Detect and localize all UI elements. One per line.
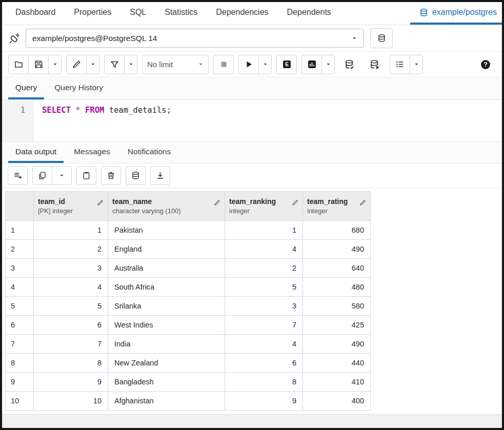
tab-dependencies[interactable]: Dependencies [207, 2, 277, 25]
column-header-team_id[interactable]: team_id[PK] integer [34, 192, 108, 221]
cell-team_rating[interactable]: 410 [303, 373, 371, 392]
row-number[interactable]: 1 [6, 221, 34, 240]
tab-dashboard[interactable]: Dashboard [6, 2, 65, 25]
cell-team_ranking[interactable]: 7 [225, 316, 303, 335]
cell-team_name[interactable]: South Africa [108, 278, 225, 297]
row-limit-select[interactable]: No limit [142, 55, 209, 74]
cell-team_name[interactable]: New Zealand [108, 354, 225, 373]
paste-rows-button[interactable] [76, 166, 96, 185]
column-header-team_name[interactable]: team_namecharacter varying (100) [108, 192, 225, 221]
cell-team_id[interactable]: 1 [34, 221, 108, 240]
cell-team_rating[interactable]: 400 [303, 392, 371, 411]
cell-team_name[interactable]: Srilanka [108, 297, 225, 316]
execute-button[interactable] [238, 55, 259, 74]
tab-dependents[interactable]: Dependents [278, 2, 340, 25]
edit-column-icon[interactable] [214, 199, 220, 206]
cell-team_name[interactable]: England [108, 240, 225, 259]
options-menu-button[interactable] [390, 55, 410, 74]
edit-dropdown-button[interactable] [86, 55, 99, 74]
copy-dropdown-button[interactable] [52, 166, 72, 185]
cell-team_id[interactable]: 2 [34, 240, 108, 259]
column-header-team_rating[interactable]: team_ratinginteger [303, 192, 371, 221]
grid-corner-cell[interactable] [6, 192, 34, 221]
sql-editor[interactable]: 1 SELECT * FROM team_details; [2, 100, 502, 142]
cell-team_ranking[interactable]: 4 [225, 335, 303, 354]
cell-team_rating[interactable]: 680 [303, 221, 371, 240]
cell-team_name[interactable]: Bangladesh [108, 373, 225, 392]
stop-button[interactable] [213, 55, 234, 74]
cell-team_id[interactable]: 8 [34, 354, 108, 373]
edit-column-icon[interactable] [359, 199, 366, 206]
save-data-button[interactable] [126, 166, 146, 185]
sql-code-line[interactable]: SELECT * FROM team_details; [34, 100, 171, 141]
explain-button[interactable]: E [276, 55, 297, 74]
tab-properties[interactable]: Properties [65, 2, 120, 25]
tab-sql[interactable]: SQL [120, 2, 155, 25]
cell-team_ranking[interactable]: 6 [225, 354, 303, 373]
edit-column-icon[interactable] [97, 199, 104, 206]
row-number[interactable]: 5 [6, 297, 34, 316]
cell-team_rating[interactable]: 640 [303, 259, 371, 278]
tab-messages[interactable]: Messages [67, 142, 117, 163]
cell-team_ranking[interactable]: 1 [225, 221, 303, 240]
row-number[interactable]: 8 [6, 354, 34, 373]
delete-rows-button[interactable] [101, 166, 121, 185]
cell-team_id[interactable]: 4 [34, 278, 108, 297]
tab-query-tool-active[interactable]: example/postgres [410, 2, 502, 25]
cell-team_rating[interactable]: 440 [303, 354, 371, 373]
filter-button[interactable] [104, 55, 125, 74]
help-button[interactable]: ? [475, 55, 496, 74]
copy-rows-button[interactable] [32, 166, 52, 185]
horizontal-scrollbar[interactable] [2, 414, 502, 428]
cell-team_name[interactable]: West Indies [108, 316, 225, 335]
execute-dropdown-button[interactable] [258, 55, 272, 74]
explain-analyze-button[interactable] [301, 55, 322, 74]
row-number[interactable]: 6 [6, 316, 34, 335]
cell-team_ranking[interactable]: 5 [225, 278, 303, 297]
rollback-button[interactable] [365, 55, 385, 74]
cell-team_ranking[interactable]: 4 [225, 240, 303, 259]
connection-dropdown[interactable]: example/postgres@PostgreSQL 14 [26, 29, 364, 48]
cell-team_id[interactable]: 3 [34, 259, 108, 278]
cell-team_rating[interactable]: 490 [303, 335, 371, 354]
filter-dropdown-button[interactable] [124, 55, 137, 74]
explain-dropdown-button[interactable] [321, 55, 335, 74]
cell-team_ranking[interactable]: 3 [225, 297, 303, 316]
cell-team_rating[interactable]: 580 [303, 297, 371, 316]
tab-data-output[interactable]: Data output [8, 142, 64, 163]
cell-team_name[interactable]: Pakistan [108, 221, 225, 240]
tab-statistics[interactable]: Statistics [155, 2, 207, 25]
cell-team_name[interactable]: Australia [108, 259, 225, 278]
options-dropdown-button[interactable] [410, 55, 423, 74]
cell-team_id[interactable]: 10 [34, 392, 108, 411]
cell-team_ranking[interactable]: 9 [225, 392, 303, 411]
add-row-button[interactable] [8, 166, 28, 185]
cell-team_ranking[interactable]: 2 [225, 259, 303, 278]
new-connection-button[interactable] [370, 28, 393, 48]
cell-team_id[interactable]: 7 [34, 335, 108, 354]
edit-column-icon[interactable] [292, 199, 298, 206]
commit-button[interactable] [339, 55, 360, 74]
edit-button[interactable] [66, 55, 87, 74]
row-number[interactable]: 9 [6, 373, 34, 392]
tab-query-history[interactable]: Query History [47, 77, 110, 99]
column-header-team_ranking[interactable]: team_rankinginteger [225, 192, 303, 221]
row-number[interactable]: 2 [6, 240, 34, 259]
cell-team_rating[interactable]: 425 [303, 316, 371, 335]
cell-team_name[interactable]: Afghanistan [108, 392, 225, 411]
cell-team_id[interactable]: 6 [34, 316, 108, 335]
download-csv-button[interactable] [150, 166, 170, 185]
tab-notifications[interactable]: Notifications [120, 142, 178, 163]
tab-query[interactable]: Query [8, 77, 44, 99]
cell-team_rating[interactable]: 480 [303, 278, 371, 297]
cell-team_rating[interactable]: 490 [303, 240, 371, 259]
row-number[interactable]: 10 [6, 392, 34, 411]
save-file-button[interactable] [28, 55, 49, 74]
save-dropdown-button[interactable] [48, 55, 62, 74]
row-number[interactable]: 3 [6, 259, 34, 278]
cell-team_ranking[interactable]: 8 [225, 373, 303, 392]
open-file-button[interactable] [8, 55, 29, 74]
row-number[interactable]: 4 [6, 278, 34, 297]
cell-team_name[interactable]: India [108, 335, 225, 354]
cell-team_id[interactable]: 5 [34, 297, 108, 316]
